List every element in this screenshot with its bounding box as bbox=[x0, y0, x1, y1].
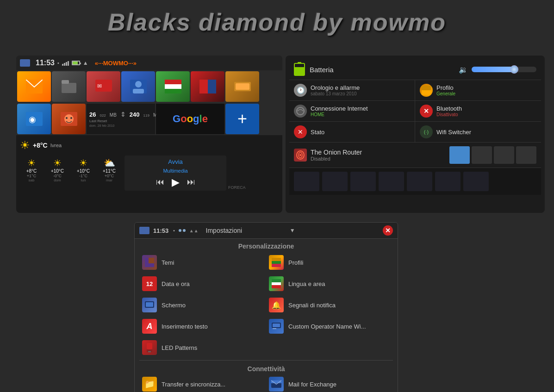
mb2-sup: 119 bbox=[143, 113, 149, 118]
battery-label: Batteria bbox=[310, 66, 459, 74]
signal-icon: ▲▲ bbox=[189, 228, 199, 233]
settings-divider bbox=[139, 360, 393, 361]
media-title: Avvia bbox=[168, 158, 183, 165]
media-play-button[interactable]: ▶ bbox=[172, 176, 180, 188]
data-icon: 12 bbox=[142, 276, 157, 291]
settings-grid: Temi Profili 12 Data e ora Lingua e area… bbox=[135, 252, 398, 358]
tor-icon bbox=[294, 149, 307, 162]
settings-phone-icon bbox=[139, 227, 149, 234]
svg-point-26 bbox=[299, 154, 301, 156]
qs-bluetooth[interactable]: ✕ Bluetooth Disattivato bbox=[415, 101, 541, 121]
profile-icon bbox=[420, 84, 433, 97]
app-red[interactable] bbox=[191, 71, 224, 102]
svg-rect-1 bbox=[62, 83, 76, 93]
inserimento-icon: A bbox=[142, 319, 157, 334]
svg-rect-7 bbox=[133, 89, 144, 93]
main-temp: +8°C bbox=[33, 142, 48, 149]
tor-title: The Onion Router bbox=[311, 149, 362, 156]
close-button[interactable]: ✕ bbox=[383, 225, 393, 236]
schermo-label: Schermo bbox=[162, 302, 186, 309]
bullet-icon: • bbox=[57, 60, 59, 66]
settings-profili[interactable]: Profili bbox=[266, 252, 393, 273]
settings-transfer[interactable]: 📁 Transfer e sincronizza... bbox=[139, 373, 266, 392]
settings-titlebar: 11:53 • ▲▲ Impostazioni ▼ ✕ bbox=[135, 223, 398, 239]
forecast-media-row: ☀ +8°C +1°C sab ☀ +10°C -0°C dom ☀ +10°C… bbox=[16, 156, 282, 191]
temi-label: Temi bbox=[162, 259, 174, 266]
settings-data[interactable]: 12 Data e ora bbox=[139, 273, 266, 294]
svg-point-20 bbox=[70, 117, 72, 119]
qs-wifi-switcher[interactable]: (·) Wifi Switcher bbox=[415, 122, 541, 142]
app-flag[interactable] bbox=[156, 71, 190, 102]
dropdown-arrow-icon[interactable]: ▼ bbox=[290, 227, 295, 234]
svg-text:◉: ◉ bbox=[29, 115, 36, 124]
sun-icon: ☀ bbox=[20, 139, 30, 152]
left-statusbar: 11:53 • ▲ «···MOWMO···» bbox=[16, 56, 282, 70]
svg-rect-22 bbox=[422, 90, 431, 95]
app-row-1: ✉ bbox=[16, 70, 282, 103]
settings-time: 11:53 bbox=[153, 227, 168, 234]
orologio-subtitle: sabato 13 marzo 2010 bbox=[311, 91, 360, 96]
google-widget[interactable]: Google bbox=[156, 104, 224, 134]
settings-status-icons bbox=[179, 229, 186, 232]
tor-thumb-1 bbox=[472, 146, 492, 164]
settings-schermo[interactable]: Schermo bbox=[139, 294, 266, 316]
svg-rect-41 bbox=[273, 328, 276, 329]
app-add[interactable]: + bbox=[225, 104, 259, 134]
settings-led[interactable]: LED Patterns bbox=[139, 337, 266, 358]
custom-icon bbox=[269, 319, 284, 334]
mail-exchange-label: Mail for Exchange bbox=[288, 381, 336, 388]
app-contacts[interactable] bbox=[121, 71, 155, 102]
app-row-2: ◉ 26022 MB ⇕ 240119 MB Last Reset dom. 2… bbox=[16, 103, 282, 135]
svg-point-18 bbox=[64, 114, 74, 124]
qs-connessione[interactable]: Connessione Internet HOME bbox=[289, 101, 415, 121]
qs-profilo[interactable]: Profilo Generale bbox=[415, 80, 541, 100]
tor-thumb-3 bbox=[516, 146, 536, 164]
settings-custom[interactable]: Custom Operator Name Wi... bbox=[266, 316, 393, 337]
svg-text:✉: ✉ bbox=[97, 83, 102, 89]
app-files[interactable] bbox=[52, 71, 86, 102]
settings-title-text: Impostazioni bbox=[206, 227, 286, 234]
svg-rect-36 bbox=[272, 285, 281, 288]
mowmo-label: «···MOWMO···» bbox=[95, 60, 137, 67]
tor-row: The Onion Router Disabled bbox=[289, 143, 541, 168]
stats-date: dom. 28 feb 2010 bbox=[89, 124, 152, 127]
settings-segnali[interactable]: 🔔 Segnali di notifica bbox=[266, 294, 393, 316]
media-subtitle: Multimedia bbox=[163, 168, 187, 174]
asterisk-icon: • bbox=[173, 228, 175, 233]
settings-lingua[interactable]: Lingua e area bbox=[266, 273, 393, 294]
lingua-label: Lingua e area bbox=[288, 280, 325, 287]
settings-mail-exchange[interactable]: Mail for Exchange bbox=[266, 373, 393, 392]
led-icon bbox=[142, 340, 157, 355]
volume-slider[interactable] bbox=[472, 67, 536, 72]
settings-inserimento[interactable]: A Inserimento testo bbox=[139, 316, 266, 337]
forecast-day-2: ☀ +10°C -1°C lun bbox=[71, 157, 96, 189]
battery-icon bbox=[72, 61, 80, 65]
app-mail[interactable] bbox=[17, 71, 51, 102]
app-messages[interactable]: ✉ bbox=[87, 71, 120, 102]
app-rss[interactable]: ◉ bbox=[17, 104, 51, 134]
schermo-icon bbox=[142, 298, 157, 312]
qs-stato[interactable]: ✕ Stato bbox=[289, 122, 415, 142]
bluetooth-subtitle: Disattivato bbox=[436, 112, 462, 117]
media-next-button[interactable]: ⏭ bbox=[187, 177, 195, 187]
settings-temi[interactable]: Temi bbox=[139, 252, 266, 273]
wifi-switcher-title: Wifi Switcher bbox=[436, 129, 471, 136]
media-player: Avvia Multimedia ⏮ ▶ ⏭ bbox=[124, 156, 226, 191]
media-prev-button[interactable]: ⏮ bbox=[156, 177, 164, 187]
volume-icon: 🔉 bbox=[459, 65, 468, 74]
mb1-sup: 022 bbox=[100, 113, 106, 118]
qs-orologio[interactable]: 🕐 Orologio e allarme sabato 13 marzo 201… bbox=[289, 80, 415, 100]
svg-rect-11 bbox=[199, 80, 208, 93]
qs-row-1: 🕐 Orologio e allarme sabato 13 marzo 201… bbox=[289, 80, 541, 101]
forecast-day-3: ⛅ +11°C +0°C mar bbox=[97, 157, 122, 189]
segnali-label: Segnali di notifica bbox=[288, 302, 336, 309]
forecast-row: ☀ +8°C +1°C sab ☀ +10°C -0°C dom ☀ +10°C… bbox=[16, 156, 124, 191]
profilo-title: Profilo bbox=[436, 84, 455, 91]
profili-label: Profili bbox=[288, 259, 304, 266]
mail-exchange-icon bbox=[269, 377, 284, 392]
app-storage[interactable] bbox=[225, 71, 259, 102]
svg-rect-35 bbox=[272, 282, 281, 285]
left-time: 11:53 bbox=[36, 59, 55, 67]
app-face[interactable] bbox=[52, 104, 86, 134]
stato-title: Stato bbox=[311, 129, 324, 136]
